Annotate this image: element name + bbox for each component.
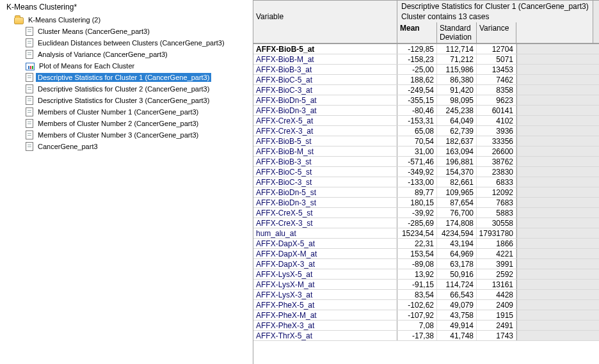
cell[interactable]: 38762 — [477, 157, 516, 166]
cell[interactable]: 245,238 — [437, 106, 477, 115]
cell[interactable]: -285,69 — [397, 218, 437, 228]
row-header[interactable]: AFFX-BioC-5_st — [253, 167, 397, 177]
cell[interactable]: 13453 — [477, 65, 516, 74]
row-header[interactable]: AFFX-ThrX-5_at — [253, 331, 397, 340]
cell[interactable]: 1915 — [477, 310, 516, 320]
cell[interactable]: 86,380 — [437, 75, 477, 84]
column-header[interactable]: Variance — [477, 22, 516, 43]
table-row[interactable]: AFFX-DapX-3_at-89,0863,1783991 — [253, 259, 599, 269]
cell[interactable]: 182,637 — [437, 136, 477, 146]
table-row[interactable]: AFFX-LysX-M_at-91,15114,72413161 — [253, 280, 599, 290]
tree-item-0[interactable]: Cluster Means (CancerGene_part3) — [26, 26, 253, 37]
table-row[interactable]: AFFX-BioC-3_st-133,0082,6616833 — [253, 177, 599, 187]
row-header[interactable]: AFFX-CreX-3_at — [253, 126, 397, 136]
cell[interactable]: 87,654 — [437, 198, 477, 207]
table-row[interactable]: AFFX-BioDn-3_at-80,46245,23860141 — [253, 106, 599, 116]
row-header[interactable]: AFFX-PheX-3_at — [253, 320, 397, 330]
cell[interactable]: 180,15 — [397, 198, 437, 207]
cell[interactable]: 43,758 — [437, 310, 477, 320]
tree-root[interactable]: K-Means Clustering (2) — [14, 14, 253, 26]
table-row[interactable]: AFFX-DapX-5_at22,3143,1941866 — [253, 239, 599, 249]
cell[interactable]: 154,370 — [437, 167, 477, 177]
row-header[interactable]: AFFX-LysX-M_at — [253, 280, 397, 289]
cell[interactable]: -102,62 — [397, 300, 437, 310]
cell[interactable]: 76,700 — [437, 208, 477, 218]
cell[interactable]: 4102 — [477, 116, 516, 125]
row-header[interactable]: AFFX-LysX-5_at — [253, 269, 397, 279]
cell[interactable]: 1866 — [477, 239, 516, 248]
cell[interactable]: 112,714 — [437, 44, 477, 54]
row-header[interactable]: AFFX-CreX-5_at — [253, 116, 397, 125]
cell[interactable]: 30558 — [477, 218, 516, 228]
cell[interactable]: 4428 — [477, 290, 516, 299]
cell[interactable]: -153,31 — [397, 116, 437, 125]
table-row[interactable]: AFFX-BioB-5_st70,54182,63733356 — [253, 136, 599, 146]
cell[interactable]: 49,079 — [437, 300, 477, 310]
table-row[interactable]: AFFX-BioB-5_at-129,85112,71412704 — [253, 44, 599, 54]
cell[interactable]: 13,92 — [397, 269, 437, 279]
cell[interactable]: 12704 — [477, 44, 516, 54]
column-header[interactable]: StandardDeviation — [437, 22, 477, 43]
row-header[interactable]: AFFX-BioB-3_at — [253, 65, 397, 74]
cell[interactable]: 174,808 — [437, 218, 477, 228]
table-row[interactable]: AFFX-PheX-3_at7,0849,9142491 — [253, 320, 599, 331]
cell[interactable]: 9623 — [477, 95, 516, 105]
row-header[interactable]: AFFX-BioB-M_at — [253, 54, 397, 64]
cell[interactable]: 66,543 — [437, 290, 477, 299]
row-header[interactable]: AFFX-LysX-3_at — [253, 290, 397, 299]
table-row[interactable]: AFFX-PheX-M_at-107,9243,7581915 — [253, 310, 599, 320]
tree-item-8[interactable]: Members of Cluster Number 2 (CancerGene_… — [26, 118, 253, 129]
table-row[interactable]: AFFX-ThrX-5_at-17,3841,7481743 — [253, 331, 599, 341]
table-row[interactable]: AFFX-CreX-5_st-39,9276,7005883 — [253, 208, 599, 218]
tree-item-7[interactable]: Members of Cluster Number 1 (CancerGene_… — [26, 106, 253, 118]
cell[interactable]: 65,08 — [397, 126, 437, 136]
cell[interactable]: 7462 — [477, 75, 516, 84]
cell[interactable]: 3936 — [477, 126, 516, 136]
cell[interactable]: 2409 — [477, 300, 516, 310]
cell[interactable]: -89,08 — [397, 259, 437, 269]
tree-item-4[interactable]: Descriptive Statistics for Cluster 1 (Ca… — [26, 72, 253, 83]
row-header[interactable]: AFFX-DapX-3_at — [253, 259, 397, 269]
cell[interactable]: 49,914 — [437, 320, 477, 330]
row-header[interactable]: AFFX-CreX-5_st — [253, 208, 397, 218]
row-header[interactable]: AFFX-BioB-5_at — [253, 44, 397, 54]
cell[interactable]: 153,54 — [397, 249, 437, 258]
cell[interactable]: 3991 — [477, 259, 516, 269]
row-header[interactable]: AFFX-PheX-M_at — [253, 310, 397, 320]
cell[interactable]: 71,212 — [437, 54, 477, 64]
cell[interactable]: 23830 — [477, 167, 516, 177]
table-row[interactable]: AFFX-CreX-5_at-153,3164,0494102 — [253, 116, 599, 126]
row-header[interactable]: hum_alu_at — [253, 228, 397, 238]
table-row[interactable]: AFFX-DapX-M_at153,5464,9694221 — [253, 249, 599, 259]
cell[interactable]: -355,15 — [397, 95, 437, 105]
table-row[interactable]: AFFX-BioC-3_at-249,5491,4208358 — [253, 85, 599, 95]
cell[interactable]: 15234,54 — [397, 228, 437, 238]
table-row[interactable]: AFFX-BioB-3_at-25,00115,98613453 — [253, 65, 599, 75]
cell[interactable]: 1743 — [477, 331, 516, 340]
cell[interactable]: 33356 — [477, 136, 516, 146]
row-header[interactable]: AFFX-BioB-5_st — [253, 136, 397, 146]
row-header[interactable]: AFFX-BioDn-3_at — [253, 106, 397, 115]
cell[interactable]: 7,08 — [397, 320, 437, 330]
cell[interactable]: 64,049 — [437, 116, 477, 125]
cell[interactable]: 83,54 — [397, 290, 437, 299]
row-header[interactable]: AFFX-DapX-M_at — [253, 249, 397, 258]
cell[interactable]: 50,916 — [437, 269, 477, 279]
cell[interactable]: 12092 — [477, 187, 516, 197]
cell[interactable]: -158,23 — [397, 54, 437, 64]
row-header[interactable]: AFFX-BioC-5_at — [253, 75, 397, 84]
cell[interactable]: -107,92 — [397, 310, 437, 320]
cell[interactable]: 196,881 — [437, 157, 477, 166]
tree-item-3[interactable]: Plot of Means for Each Cluster — [26, 60, 253, 72]
cell[interactable]: -349,92 — [397, 167, 437, 177]
table-row[interactable]: AFFX-BioDn-3_st180,1587,6547683 — [253, 198, 599, 208]
table-row[interactable]: AFFX-CreX-3_st-285,69174,80830558 — [253, 218, 599, 228]
cell[interactable]: 62,739 — [437, 126, 477, 136]
cell[interactable]: 2491 — [477, 320, 516, 330]
cell[interactable]: 64,969 — [437, 249, 477, 258]
row-header[interactable]: AFFX-BioDn-5_at — [253, 95, 397, 105]
table-row[interactable]: AFFX-LysX-5_at13,9250,9162592 — [253, 269, 599, 280]
cell[interactable]: 13161 — [477, 280, 516, 289]
cell[interactable]: 70,54 — [397, 136, 437, 146]
cell[interactable]: 31,00 — [397, 146, 437, 156]
